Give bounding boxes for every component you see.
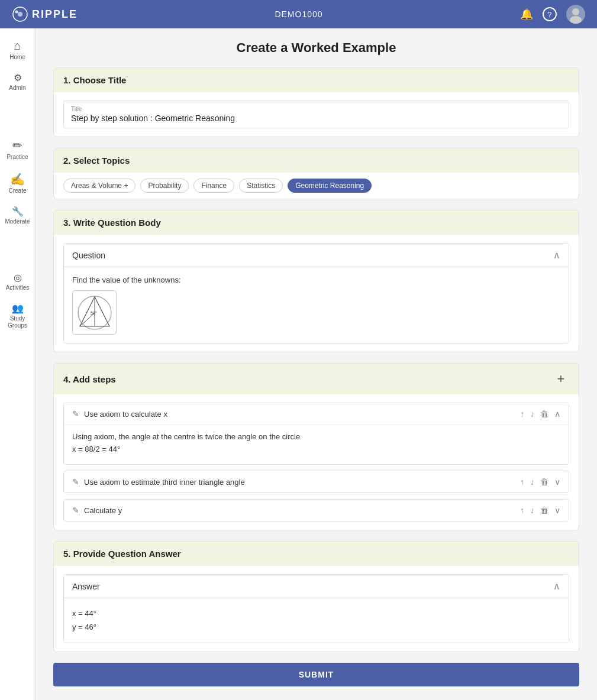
step-header-left-2: ✎ Use axiom to estimate third inner tria… xyxy=(72,477,245,487)
section-heading-question-answer: 5. Provide Question Answer xyxy=(63,549,181,559)
home-icon: ⌂ xyxy=(14,39,21,53)
topic-chip-statistics[interactable]: Statistics xyxy=(239,179,283,193)
sidebar-item-study-groups[interactable]: 👥 Study Groups xyxy=(0,298,35,334)
sidebar-item-moderate[interactable]: 🔧 Moderate xyxy=(0,201,35,229)
create-icon: ✍ xyxy=(10,172,25,186)
logo: RIPPLE xyxy=(12,6,78,22)
sidebar-label-create: Create xyxy=(8,187,26,194)
question-accordion: Question ∧ Find the value of the unknown… xyxy=(63,243,569,343)
sidebar-item-practice[interactable]: ✏ Practice xyxy=(0,134,35,165)
step-collapse-icon-1[interactable]: ∧ xyxy=(554,409,560,419)
section-heading-add-steps: 4. Add steps xyxy=(63,374,116,384)
layout: ⌂ Home ⚙ Admin ✏ Practice ✍ Create 🔧 Mod… xyxy=(0,28,597,700)
help-icon[interactable]: ? xyxy=(543,7,557,21)
sidebar-item-admin[interactable]: ⚙ Admin xyxy=(0,67,35,96)
answer-line-1: x = 44° xyxy=(72,607,560,620)
accordion-label-answer: Answer xyxy=(72,582,100,591)
title-input-wrapper[interactable]: Title Step by step solution : Geometric … xyxy=(63,101,569,128)
step-controls-1: ↑ ↓ 🗑 ∧ xyxy=(520,409,560,419)
sidebar-item-home[interactable]: ⌂ Home xyxy=(0,34,35,65)
sidebar-item-activities[interactable]: ◎ Activities xyxy=(0,267,35,296)
section-question-answer: 5. Provide Question Answer Answer ∧ x = … xyxy=(53,541,579,652)
step-body-text-1b: x = 88/2 = 44° xyxy=(72,445,560,453)
chevron-up-answer-icon: ∧ xyxy=(553,581,560,592)
step-item-3: ✎ Calculate y ↑ ↓ 🗑 ∨ xyxy=(63,499,569,521)
header: RIPPLE DEMO1000 🔔 ? xyxy=(0,0,597,28)
step-down-icon-1[interactable]: ↓ xyxy=(530,409,534,419)
step-up-icon-2[interactable]: ↑ xyxy=(520,477,524,487)
step-header-1: ✎ Use axiom to calculate x ↑ ↓ 🗑 ∧ xyxy=(64,403,569,424)
step-delete-icon-2[interactable]: 🗑 xyxy=(540,477,548,487)
step-title-3: Calculate y xyxy=(84,506,122,515)
section-header-question-body: 3. Write Question Body xyxy=(54,210,579,235)
add-step-button[interactable]: + xyxy=(553,371,569,387)
step-delete-icon-3[interactable]: 🗑 xyxy=(540,505,548,515)
section-header-choose-title: 1. Choose Title xyxy=(54,68,579,92)
edit-icon-2: ✎ xyxy=(72,477,79,487)
step-controls-3: ↑ ↓ 🗑 ∨ xyxy=(520,505,560,515)
sidebar-label-practice: Practice xyxy=(7,154,28,160)
step-header-2: ✎ Use axiom to estimate third inner tria… xyxy=(64,471,569,492)
section-body-answer: Answer ∧ x = 44° y = 46° xyxy=(54,566,579,652)
step-down-icon-2[interactable]: ↓ xyxy=(530,477,534,487)
step-expand-icon-2[interactable]: ∨ xyxy=(554,477,560,487)
avatar[interactable] xyxy=(566,5,585,24)
step-item-1: ✎ Use axiom to calculate x ↑ ↓ 🗑 ∧ xyxy=(63,403,569,465)
step-header-left-3: ✎ Calculate y xyxy=(72,505,122,515)
section-choose-title: 1. Choose Title Title Step by step solut… xyxy=(53,67,579,137)
topic-chip-geometric[interactable]: Geometric Reasoning xyxy=(288,179,372,193)
sidebar: ⌂ Home ⚙ Admin ✏ Practice ✍ Create 🔧 Mod… xyxy=(0,28,36,700)
edit-icon-3: ✎ xyxy=(72,505,79,515)
section-body-choose-title: Title Step by step solution : Geometric … xyxy=(54,92,579,137)
step-up-icon-1[interactable]: ↑ xyxy=(520,409,524,419)
svg-point-1 xyxy=(18,12,22,17)
section-heading-select-topics: 2. Select Topics xyxy=(63,155,130,166)
accordion-body-question: Find the value of the unknowns: xyxy=(64,267,569,343)
accordion-header-question[interactable]: Question ∧ xyxy=(64,244,569,267)
submit-area: SUBMIT xyxy=(53,663,579,686)
accordion-header-answer[interactable]: Answer ∧ xyxy=(64,575,569,598)
sidebar-label-study-groups: Study Groups xyxy=(2,315,33,329)
question-text: Find the value of the unknowns: xyxy=(72,276,560,284)
answer-accordion: Answer ∧ x = 44° y = 46° xyxy=(63,574,569,643)
question-image: 58° xyxy=(72,290,117,335)
topic-chip-probability[interactable]: Probability xyxy=(140,179,189,193)
header-actions: 🔔 ? xyxy=(520,5,585,24)
step-body-text-1a: Using axiom, the angle at the centre is … xyxy=(72,432,560,441)
step-down-icon-3[interactable]: ↓ xyxy=(530,505,534,515)
sidebar-label-home: Home xyxy=(9,54,25,60)
step-expand-icon-3[interactable]: ∨ xyxy=(554,505,560,515)
ripple-logo-icon xyxy=(12,6,28,22)
section-header-question-answer: 5. Provide Question Answer xyxy=(54,542,579,566)
svg-point-2 xyxy=(15,11,18,14)
section-heading-choose-title: 1. Choose Title xyxy=(63,75,126,85)
sidebar-label-activities: Activities xyxy=(6,284,29,291)
title-input-label: Title xyxy=(71,106,561,112)
section-add-steps: 4. Add steps + ✎ Use axiom to calculate … xyxy=(53,363,579,530)
step-up-icon-3[interactable]: ↑ xyxy=(520,505,524,515)
sidebar-item-create[interactable]: ✍ Create xyxy=(0,167,35,199)
step-delete-icon-1[interactable]: 🗑 xyxy=(540,409,548,419)
step-body-1: Using axiom, the angle at the centre is … xyxy=(64,424,569,464)
step-header-left-1: ✎ Use axiom to calculate x xyxy=(72,409,167,419)
chevron-up-icon: ∧ xyxy=(553,249,560,261)
page-title: Create a Worked Example xyxy=(53,40,579,56)
topic-chip-finance[interactable]: Finance xyxy=(193,179,234,193)
section-header-select-topics: 2. Select Topics xyxy=(54,148,579,173)
geometry-diagram: 58° xyxy=(74,292,115,333)
study-groups-icon: 👥 xyxy=(12,303,24,314)
section-body-steps: ✎ Use axiom to calculate x ↑ ↓ 🗑 ∧ xyxy=(54,394,579,530)
sidebar-label-moderate: Moderate xyxy=(5,218,30,225)
notification-icon[interactable]: 🔔 xyxy=(520,8,533,21)
svg-text:58°: 58° xyxy=(91,311,97,315)
demo-id: DEMO1000 xyxy=(275,9,322,19)
section-heading-question-body: 3. Write Question Body xyxy=(63,218,161,228)
title-input-value[interactable]: Step by step solution : Geometric Reason… xyxy=(71,114,561,123)
topic-chip-areas[interactable]: Areas & Volume + xyxy=(63,179,135,193)
accordion-label-question: Question xyxy=(72,251,105,260)
section-body-question: Question ∧ Find the value of the unknown… xyxy=(54,235,579,352)
logo-text: RIPPLE xyxy=(32,8,78,21)
submit-button[interactable]: SUBMIT xyxy=(53,663,579,686)
step-title-2: Use axiom to estimate third inner triang… xyxy=(84,478,245,487)
section-question-body: 3. Write Question Body Question ∧ Find t… xyxy=(53,210,579,352)
